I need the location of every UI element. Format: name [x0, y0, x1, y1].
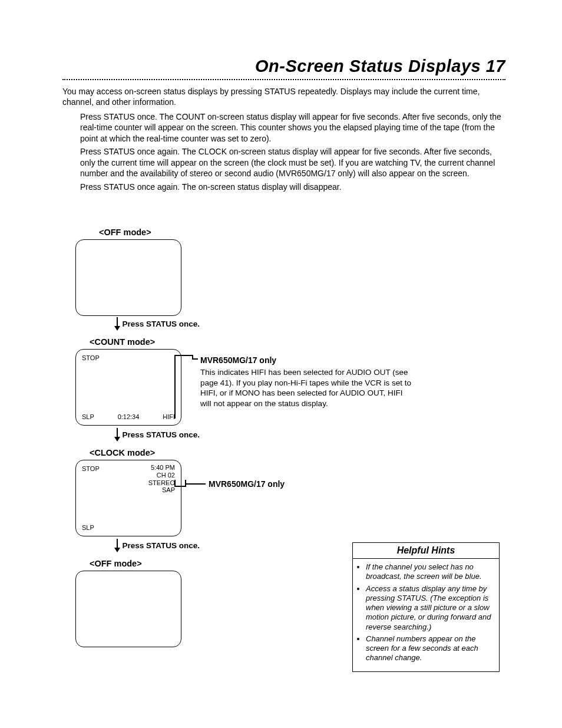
hint-item-2: Access a status display any time by pres… — [366, 584, 495, 632]
intro-text: You may access on-screen status displays… — [62, 86, 505, 108]
callout-line-sap-h1 — [174, 486, 185, 487]
press-status-3: Press STATUS once. — [123, 541, 200, 550]
callout-line-hifi-v — [174, 355, 176, 419]
hint-item-1: If the channel you select has no broadca… — [366, 562, 495, 582]
paragraph-3: Press STATUS once again. The on-screen s… — [80, 182, 505, 192]
arrow-down-icon — [117, 428, 118, 441]
clock-stop: STOP — [82, 465, 100, 473]
paragraph-1: Press STATUS once. The COUNT on-screen s… — [80, 111, 505, 144]
press-status-2: Press STATUS once. — [123, 430, 200, 439]
callout-hifi: MVR650MG/17 only This indicates HIFI has… — [200, 355, 412, 409]
callout-hifi-head: MVR650MG/17 only — [200, 355, 412, 365]
clock-channel: CH 02 — [148, 472, 175, 479]
clock-sap: SAP — [148, 486, 175, 494]
screen-off-2 — [75, 571, 181, 647]
callout-sap: MVR650MG/17 only — [209, 479, 421, 490]
callout-line-hifi-h2 — [192, 358, 198, 360]
callout-line-sap-h2 — [185, 483, 206, 485]
clock-stereo: STEREO — [148, 479, 175, 487]
clock-time: 5:40 PM — [148, 464, 175, 472]
callout-line-hifi-h1 — [174, 355, 192, 356]
helpful-hints-box: Helpful Hints If the channel you select … — [352, 542, 500, 672]
paragraph-2: Press STATUS once again. The CLOCK on-sc… — [80, 146, 505, 179]
count-stop: STOP — [82, 354, 100, 362]
arrow-down-icon — [117, 317, 118, 330]
press-status-1: Press STATUS once. — [123, 319, 200, 328]
screen-count: STOP SLP 0:12:34 HIFI — [75, 349, 181, 426]
mode-off-1-label: <OFF mode> — [99, 228, 151, 237]
callout-hifi-body: This indicates HIFI has been selected fo… — [200, 367, 412, 409]
screen-clock: STOP 5:40 PM CH 02 STEREO SAP SLP — [75, 460, 181, 536]
count-slp: SLP — [82, 413, 94, 421]
callout-sap-head: MVR650MG/17 only — [209, 479, 421, 489]
hints-title: Helpful Hints — [353, 543, 499, 559]
arrow-down-icon — [117, 539, 118, 552]
clock-slp: SLP — [82, 524, 94, 532]
callout-line-sap-v2 — [174, 480, 176, 487]
count-hifi: HIFI — [163, 413, 175, 421]
divider-dotted — [62, 78, 505, 80]
mode-count-label: <COUNT mode> — [90, 337, 155, 347]
screen-off-1 — [75, 239, 181, 316]
page-title: On-Screen Status Displays 17 — [62, 57, 505, 76]
hint-item-3: Channel numbers appear on the screen for… — [366, 634, 495, 663]
mode-off-2-label: <OFF mode> — [90, 559, 142, 568]
count-counter: 0:12:34 — [118, 413, 140, 421]
mode-clock-label: <CLOCK mode> — [90, 448, 155, 457]
